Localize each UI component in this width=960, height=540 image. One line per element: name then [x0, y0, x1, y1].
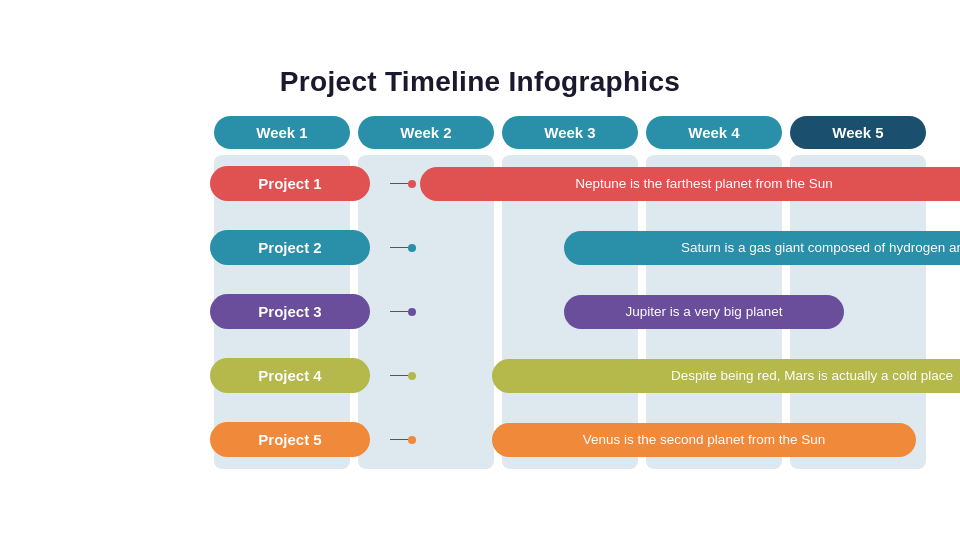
timeline-container: Week 1 Week 2 Week 3 Week 4 Week 5 Proje…: [30, 116, 930, 475]
week-5-header: Week 5: [790, 116, 926, 149]
grid-area: Project 1 Neptune is the farthest planet…: [30, 155, 930, 469]
connector-line-p3: [390, 311, 408, 313]
bar-section-p1: Neptune is the farthest planet from the …: [416, 155, 930, 213]
header-row: Week 1 Week 2 Week 3 Week 4 Week 5: [30, 116, 930, 149]
week-1-header: Week 1: [214, 116, 350, 149]
connector-line-p1: [390, 183, 408, 185]
bar-p3: Jupiter is a very big planet: [564, 295, 844, 329]
week-3-header: Week 3: [502, 116, 638, 149]
dot-p4: [408, 372, 416, 380]
project-2-label: Project 2: [210, 230, 370, 265]
week-4-header: Week 4: [646, 116, 782, 149]
bar-p4: Despite being red, Mars is actually a co…: [492, 359, 960, 393]
bar-section-p5: Venus is the second planet from the Sun: [416, 411, 930, 469]
project-2-row: Project 2 Saturn is a gas giant composed…: [210, 219, 930, 277]
bar-section-p4: Despite being red, Mars is actually a co…: [416, 347, 930, 405]
dot-p1: [408, 180, 416, 188]
connector-line-p5: [390, 439, 408, 441]
connector-line-p2: [390, 247, 408, 249]
project-1-row: Project 1 Neptune is the farthest planet…: [210, 155, 930, 213]
bar-p2: Saturn is a gas giant composed of hydrog…: [564, 231, 960, 265]
project-1-label: Project 1: [210, 166, 370, 201]
project-4-label: Project 4: [210, 358, 370, 393]
bar-p1: Neptune is the farthest planet from the …: [420, 167, 960, 201]
bar-p5: Venus is the second planet from the Sun: [492, 423, 916, 457]
rows-wrapper: Project 1 Neptune is the farthest planet…: [210, 155, 930, 469]
dot-p2: [408, 244, 416, 252]
bar-section-p3: Jupiter is a very big planet: [416, 283, 930, 341]
connector-line-p4: [390, 375, 408, 377]
project-3-label: Project 3: [210, 294, 370, 329]
project-5-label: Project 5: [210, 422, 370, 457]
project-4-row: Project 4 Despite being red, Mars is act…: [210, 347, 930, 405]
project-3-row: Project 3 Jupiter is a very big planet: [210, 283, 930, 341]
page-title: Project Timeline Infographics: [280, 66, 680, 98]
dot-p5: [408, 436, 416, 444]
project-5-row: Project 5 Venus is the second planet fro…: [210, 411, 930, 469]
dot-p3: [408, 308, 416, 316]
bar-section-p2: Saturn is a gas giant composed of hydrog…: [416, 219, 930, 277]
week-2-header: Week 2: [358, 116, 494, 149]
